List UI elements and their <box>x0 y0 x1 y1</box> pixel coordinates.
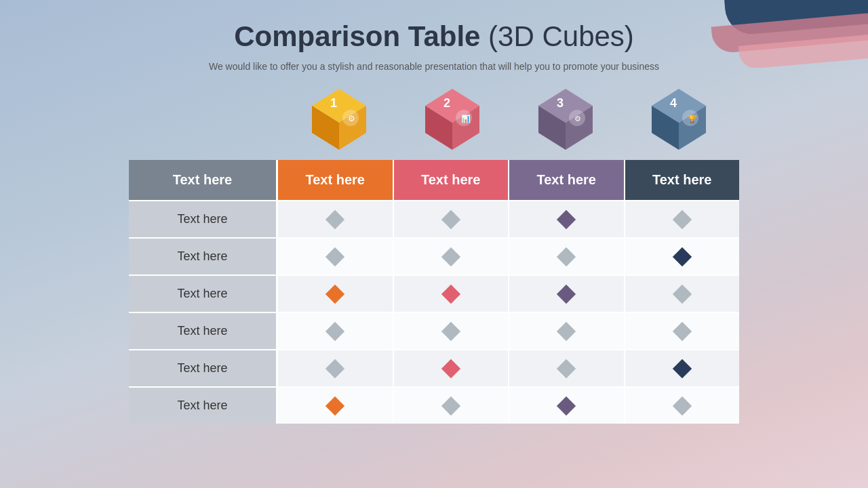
cube-3: 3 ⚙ <box>509 85 622 160</box>
svg-text:3: 3 <box>557 96 564 110</box>
row-label: Text here <box>129 201 278 237</box>
diamond-icon <box>326 359 344 378</box>
row-data-cell <box>625 201 740 237</box>
row-data-cell <box>509 239 625 274</box>
cube-2: 2 📊 <box>395 85 509 160</box>
row-data-cell <box>509 388 625 424</box>
row-data-cell <box>394 313 510 349</box>
diamond-icon <box>673 321 692 340</box>
row-label: Text here <box>129 388 278 424</box>
diamond-icon <box>557 396 576 415</box>
row-data-cell <box>625 313 740 349</box>
diamond-icon <box>557 321 576 340</box>
diamond-icon <box>441 284 460 303</box>
header-col4: Text here <box>625 160 740 200</box>
diamond-icon <box>441 209 460 228</box>
row-data-cell <box>625 350 740 386</box>
svg-text:⚙: ⚙ <box>574 115 581 123</box>
row-data-cell <box>278 276 394 312</box>
row-data-cell <box>625 276 740 312</box>
table-header: Text here Text here Text here Text here … <box>129 160 739 200</box>
row-data-cell <box>394 239 510 274</box>
header-label-cell: Text here <box>129 160 278 200</box>
svg-text:1: 1 <box>330 96 337 110</box>
diamond-icon <box>673 396 692 415</box>
diamond-icon <box>557 284 576 303</box>
diamond-icon <box>441 359 460 378</box>
diamond-icon <box>673 247 692 266</box>
row-data-cell <box>278 201 394 237</box>
cubes-row: 1 ⚙ 2 📊 3 <box>282 85 735 160</box>
table-row: Text here <box>129 312 739 349</box>
row-data-cell <box>394 350 510 386</box>
table-row: Text here <box>129 274 739 312</box>
table-row: Text here <box>129 386 739 424</box>
table-body: Text hereText hereText hereText hereText… <box>129 200 739 424</box>
row-data-cell <box>509 201 625 237</box>
row-data-cell <box>278 239 394 274</box>
header-col2: Text here <box>394 160 510 200</box>
svg-text:📊: 📊 <box>461 114 471 123</box>
row-data-cell <box>509 313 625 349</box>
svg-text:2: 2 <box>443 96 450 110</box>
row-data-cell <box>278 313 394 349</box>
row-data-cell <box>394 388 510 424</box>
svg-text:🏆: 🏆 <box>688 114 697 123</box>
diamond-icon <box>326 247 344 266</box>
cube-4: 4 🏆 <box>622 85 735 160</box>
diamond-icon <box>441 247 460 266</box>
diamond-icon <box>673 359 692 378</box>
diamond-icon <box>673 209 692 228</box>
diamond-icon <box>557 209 576 228</box>
header-col3: Text here <box>509 160 625 200</box>
svg-text:4: 4 <box>670 96 677 110</box>
row-label: Text here <box>129 350 278 386</box>
comparison-table: Text here Text here Text here Text here … <box>129 160 739 424</box>
diamond-icon <box>326 321 344 340</box>
page-title: Comparison Table (3D Cubes) <box>234 20 634 53</box>
row-data-cell <box>394 201 510 237</box>
row-data-cell <box>509 276 625 312</box>
diamond-icon <box>673 284 692 303</box>
row-data-cell <box>278 388 394 424</box>
header-col1: Text here <box>278 160 394 200</box>
page-content: Comparison Table (3D Cubes) We would lik… <box>0 0 868 424</box>
row-label: Text here <box>129 239 278 274</box>
table-row: Text here <box>129 349 739 386</box>
svg-text:⚙: ⚙ <box>348 114 355 123</box>
row-data-cell <box>625 388 740 424</box>
diamond-icon <box>557 359 576 378</box>
row-label: Text here <box>129 276 278 312</box>
row-data-cell <box>625 239 740 274</box>
table-row: Text here <box>129 237 739 274</box>
diamond-icon <box>441 321 460 340</box>
table-row: Text here <box>129 200 739 237</box>
row-data-cell <box>394 276 510 312</box>
row-data-cell <box>509 350 625 386</box>
cube-1: 1 ⚙ <box>282 85 395 160</box>
diamond-icon <box>326 284 344 303</box>
diamond-icon <box>326 209 344 228</box>
page-subtitle: We would like to offer you a stylish and… <box>209 61 659 72</box>
row-label: Text here <box>129 313 278 349</box>
row-data-cell <box>278 350 394 386</box>
diamond-icon <box>441 396 460 415</box>
diamond-icon <box>557 247 576 266</box>
diamond-icon <box>326 396 344 415</box>
